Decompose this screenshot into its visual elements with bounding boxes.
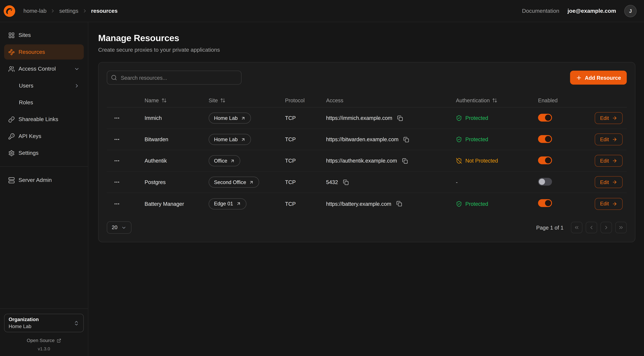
edit-button[interactable]: Edit: [595, 176, 622, 188]
site-link[interactable]: Office: [209, 155, 240, 166]
edit-button[interactable]: Edit: [595, 198, 622, 210]
shield-check-icon: [456, 200, 462, 207]
resources-card: Add Resource Name Site: [98, 62, 636, 242]
row-menu-button[interactable]: [112, 156, 122, 166]
resource-name: Battery Manager: [144, 200, 209, 207]
row-menu-button[interactable]: [112, 113, 122, 123]
chevrons-left-icon: [574, 224, 580, 230]
sidebar-item-server-admin[interactable]: Server Admin: [4, 172, 84, 188]
auth-status: Protected: [456, 200, 538, 207]
arrow-up-right-icon: [240, 137, 246, 142]
access-cell: https://immich.example.com: [326, 114, 456, 122]
toggle-thumb: [545, 157, 551, 163]
page-title: Manage Resources: [98, 33, 636, 44]
auth-label: -: [456, 179, 458, 185]
open-source-link[interactable]: Open Source: [4, 338, 84, 343]
enabled-toggle[interactable]: [538, 135, 552, 143]
add-resource-label: Add Resource: [585, 74, 621, 81]
edit-button[interactable]: Edit: [595, 155, 622, 167]
user-avatar[interactable]: J: [624, 5, 636, 17]
row-menu-button[interactable]: [112, 177, 122, 187]
resource-access: https://authentik.example.com: [326, 158, 397, 164]
enabled-cell: [538, 114, 595, 122]
copy-button[interactable]: [342, 178, 350, 186]
sidebar-item-label: Access Control: [18, 66, 56, 72]
table-row: Battery Manager Edge 01 TCP https://batt…: [107, 193, 627, 214]
arrow-up-right-icon: [230, 158, 235, 163]
resource-protocol: TCP: [285, 115, 326, 121]
sidebar-item-api-keys[interactable]: API Keys: [4, 128, 84, 144]
shell: Sites Resources Access Control: [0, 22, 644, 356]
sidebar-item-users[interactable]: Users: [4, 78, 84, 93]
previous-page-button[interactable]: [586, 222, 597, 233]
page-indicator: Page 1 of 1: [536, 224, 564, 230]
enabled-cell: [538, 156, 595, 165]
enabled-toggle[interactable]: [538, 178, 552, 186]
sort-icon: [161, 98, 166, 103]
breadcrumb-current-page: resources: [91, 8, 118, 14]
edit-cell: Edit: [595, 176, 627, 188]
search-input[interactable]: [107, 70, 242, 84]
sidebar-item-label: Settings: [18, 150, 38, 156]
sidebar-item-settings[interactable]: Settings: [4, 146, 84, 160]
sidebar-item-label: Roles: [19, 99, 33, 106]
site-link[interactable]: Home Lab: [209, 134, 251, 145]
sidebar-item-label: Resources: [18, 49, 45, 55]
arrow-right-icon: [612, 158, 617, 164]
external-link-icon: [57, 338, 61, 343]
copy-button[interactable]: [401, 157, 408, 164]
row-menu-cell: [107, 134, 144, 144]
arrow-right-icon: [612, 201, 617, 206]
row-menu-button[interactable]: [112, 198, 122, 209]
organization-name: Home Lab: [8, 324, 39, 330]
add-resource-button[interactable]: Add Resource: [570, 70, 627, 84]
last-page-button[interactable]: [615, 222, 627, 233]
sidebar-item-access-control[interactable]: Access Control: [4, 61, 84, 76]
row-menu-button[interactable]: [112, 134, 122, 144]
resource-protocol: TCP: [285, 136, 326, 142]
header-site[interactable]: Site: [209, 97, 285, 104]
breadcrumb-settings[interactable]: settings: [59, 8, 78, 14]
site-cell: Edge 01: [209, 198, 285, 209]
next-page-button[interactable]: [600, 222, 612, 233]
edit-cell: Edit: [595, 198, 627, 210]
edit-label: Edit: [600, 158, 609, 164]
breadcrumb-org[interactable]: home-lab: [23, 8, 46, 14]
site-link[interactable]: Home Lab: [209, 112, 251, 124]
users-icon: [8, 66, 15, 72]
topbar: home-lab settings resources Documentatio…: [0, 0, 644, 22]
sidebar-item-roles[interactable]: Roles: [4, 95, 84, 110]
sidebar-item-shareable-links[interactable]: Shareable Links: [4, 112, 84, 127]
app-logo-icon: [3, 5, 16, 17]
site-link[interactable]: Edge 01: [209, 198, 246, 209]
auth-label: Not Protected: [465, 158, 498, 164]
header-label: Authentication: [456, 97, 490, 104]
documentation-link[interactable]: Documentation: [522, 8, 559, 14]
edit-cell: Edit: [595, 134, 627, 146]
sidebar-nav: Sites Resources Access Control: [0, 22, 88, 191]
copy-button[interactable]: [402, 136, 410, 143]
user-email-button[interactable]: joe@example.com: [568, 8, 616, 14]
enabled-toggle[interactable]: [538, 114, 552, 121]
enabled-toggle[interactable]: [538, 156, 552, 164]
enabled-toggle[interactable]: [538, 199, 552, 207]
header-name[interactable]: Name: [144, 97, 209, 104]
copy-button[interactable]: [395, 200, 403, 208]
organization-label: Organization: [8, 317, 39, 322]
edit-button[interactable]: Edit: [595, 112, 622, 124]
organization-selector[interactable]: Organization Home Lab: [4, 314, 84, 332]
sidebar-item-sites[interactable]: Sites: [4, 28, 84, 43]
auth-label: Protected: [465, 136, 488, 142]
arrow-right-icon: [612, 180, 617, 185]
arrow-up-right-icon: [249, 180, 254, 184]
header-authentication[interactable]: Authentication: [456, 97, 538, 104]
edit-button[interactable]: Edit: [595, 134, 622, 146]
page-size-select[interactable]: 20: [107, 221, 131, 234]
first-page-button[interactable]: [571, 222, 582, 233]
copy-button[interactable]: [396, 114, 404, 122]
site-link[interactable]: Second Office: [209, 176, 259, 188]
app-version: v1.3.0: [4, 346, 84, 351]
chevron-right-icon: [603, 224, 609, 230]
chevrons-up-down-icon: [74, 320, 79, 326]
sidebar-item-resources[interactable]: Resources: [4, 44, 84, 60]
